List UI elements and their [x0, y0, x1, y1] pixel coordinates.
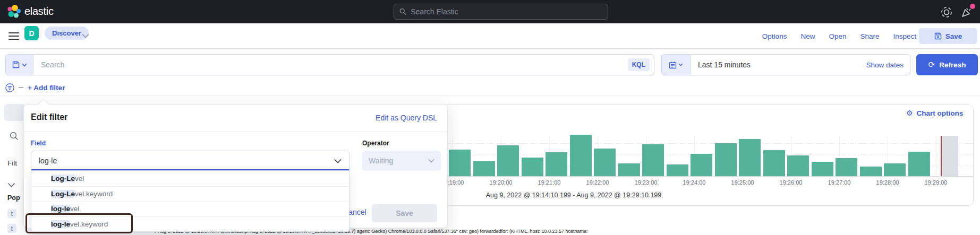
- popover-title: Edit filter: [31, 112, 67, 122]
- x-axis-tick-label: 19:26:00: [772, 179, 809, 186]
- filter-icon[interactable]: [5, 83, 14, 92]
- popular-fields-label: Pop: [7, 194, 20, 202]
- histogram-bar[interactable]: [691, 154, 712, 176]
- histogram-bar[interactable]: [787, 155, 809, 176]
- global-header: elastic: [0, 0, 980, 23]
- edit-as-query-dsl-link[interactable]: Edit as Query DSL: [342, 114, 437, 122]
- chevron-down-icon: [428, 159, 434, 163]
- add-filter-button[interactable]: + Add filter: [28, 84, 65, 92]
- histogram-bar[interactable]: [667, 164, 688, 176]
- histogram-bar[interactable]: [836, 158, 857, 176]
- field-suggestion-log-level[interactable]: Log-Level: [31, 171, 349, 186]
- refresh-button[interactable]: ⟳ Refresh: [916, 54, 978, 75]
- popover-divider: [23, 132, 447, 132]
- discover-app: elastic D Discover OptionsNewOpenShareIn…: [0, 0, 980, 235]
- histogram-bar[interactable]: [618, 163, 640, 176]
- save-button[interactable]: Save: [919, 28, 977, 44]
- chart-options-button[interactable]: ⚙ Chart options: [906, 109, 963, 117]
- histogram-bar[interactable]: [763, 150, 785, 176]
- histogram-bar[interactable]: [812, 162, 833, 176]
- elastic-logo-icon[interactable]: [6, 4, 21, 19]
- histogram-bar[interactable]: [449, 150, 471, 176]
- chevron-down-icon: [678, 63, 683, 66]
- toolbar-link-options[interactable]: Options: [762, 32, 787, 40]
- section-divider: [0, 95, 980, 96]
- histogram-bar[interactable]: [570, 135, 592, 176]
- field-label: Field: [31, 140, 46, 147]
- global-search-input[interactable]: [411, 7, 602, 16]
- suggestion-rest-text: vel.keyword: [75, 190, 113, 198]
- app-toolbar: D Discover OptionsNewOpenShareInspect Sa…: [0, 23, 980, 49]
- field-combobox: [31, 151, 350, 171]
- chart-time-range-subtitle: Aug 9, 2022 @ 19:14:10.199 - Aug 9, 2022…: [414, 192, 733, 199]
- x-axis-tick-label: 19:29:00: [917, 179, 955, 186]
- space-badge[interactable]: D: [24, 26, 39, 40]
- histogram-bar[interactable]: [473, 161, 495, 176]
- operator-select-value: Waiting: [369, 156, 393, 165]
- toolbar-link-share[interactable]: Share: [860, 32, 879, 40]
- histogram-bar[interactable]: [642, 144, 664, 176]
- toolbar-links: OptionsNewOpenShareInspect: [762, 23, 916, 49]
- chevron-down-icon[interactable]: [82, 33, 89, 38]
- chart-baseline: [372, 176, 974, 177]
- refresh-button-label: Refresh: [939, 61, 966, 69]
- toolbar-link-open[interactable]: Open: [829, 32, 846, 40]
- future-time-band: [942, 136, 958, 176]
- operator-select[interactable]: Waiting: [362, 151, 441, 171]
- global-search[interactable]: [394, 4, 608, 20]
- x-axis-tick-label: 19:22:00: [579, 179, 616, 186]
- saved-query-menu-button[interactable]: [6, 55, 33, 75]
- popover-save-button[interactable]: Save: [372, 204, 437, 222]
- x-axis-tick-label: 19:27:00: [821, 179, 858, 186]
- x-axis-tick-label: 19:20:00: [482, 179, 519, 186]
- chart-options-label: Chart options: [917, 109, 964, 117]
- show-dates-button[interactable]: Show dates: [866, 61, 910, 69]
- filter-by-type-label[interactable]: Filt: [7, 159, 17, 167]
- histogram-bar[interactable]: [497, 145, 519, 176]
- data-view-button[interactable]: [4, 104, 25, 121]
- query-input[interactable]: [33, 60, 628, 69]
- x-axis-tick-label: 19:28:00: [869, 179, 906, 186]
- chevron-down-icon: [22, 63, 27, 67]
- operator-label: Operator: [362, 140, 389, 147]
- histogram-bar[interactable]: [522, 158, 543, 176]
- calendar-icon: [669, 61, 677, 69]
- histogram-bar[interactable]: [546, 152, 567, 176]
- histogram-bar[interactable]: [908, 152, 930, 176]
- histogram-bar[interactable]: [715, 143, 737, 176]
- search-icon: [399, 8, 406, 15]
- time-range-value[interactable]: Last 15 minutes: [691, 60, 866, 69]
- field-combobox-input[interactable]: [31, 156, 334, 165]
- x-axis-tick-label: 19:24:00: [676, 179, 713, 186]
- filter-bar: + Add filter: [5, 81, 65, 94]
- histogram-bar[interactable]: [860, 167, 882, 176]
- suggestion-match-text: Log-Le: [51, 190, 75, 198]
- date-quick-select-button[interactable]: [662, 55, 691, 75]
- histogram-bar[interactable]: [594, 149, 616, 176]
- histogram-bar[interactable]: [739, 139, 761, 176]
- toolbar-link-inspect[interactable]: Inspect: [893, 32, 916, 40]
- current-time-marker: [941, 136, 942, 176]
- y-gridline: [449, 143, 974, 144]
- field-suggestion-log-level.keyword[interactable]: Log-Level.keyword: [31, 186, 349, 202]
- refresh-icon: ⟳: [928, 60, 935, 69]
- suggestion-match-text: log-le: [51, 205, 70, 213]
- annotation-highlight-box: [25, 213, 133, 233]
- x-axis-tick-label: 19:25:00: [724, 179, 761, 186]
- date-picker: Last 15 minutes Show dates: [661, 54, 910, 75]
- query-language-badge[interactable]: KQL: [628, 58, 650, 71]
- query-input-bar: KQL: [5, 54, 654, 75]
- suggestion-match-text: Log-Le: [51, 175, 75, 182]
- menu-icon[interactable]: [8, 32, 19, 40]
- chevron-down-icon[interactable]: [334, 159, 342, 163]
- field-search-icon: [10, 132, 19, 141]
- filter-separator: [19, 87, 23, 88]
- toolbar-link-new[interactable]: New: [800, 32, 815, 40]
- suggestion-rest-text: vel: [70, 205, 79, 213]
- gear-icon: ⚙: [906, 109, 913, 117]
- notification-dot: [970, 4, 975, 9]
- collapse-chevron-icon[interactable]: [7, 182, 15, 188]
- histogram-bar[interactable]: [884, 163, 906, 176]
- save-icon: [934, 32, 942, 40]
- help-icon[interactable]: [940, 6, 953, 19]
